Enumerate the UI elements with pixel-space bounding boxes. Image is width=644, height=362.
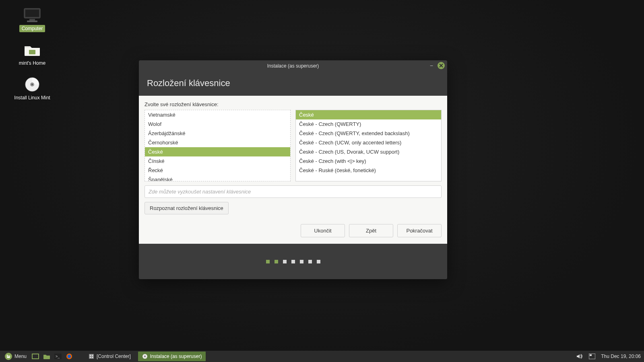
window-header: Rozložení klávesnice (139, 72, 447, 96)
taskbar-item-label: Instalace (as superuser) (150, 354, 202, 359)
svg-rect-20 (92, 357, 93, 358)
taskbar: Menu >_ [Control Center] Instalace (as s… (0, 351, 644, 362)
taskbar-item-control-center[interactable]: [Control Center] (85, 352, 135, 361)
keyboard-layout-list[interactable]: VietnamskéWolofÁzerbájdžánskéČernohorské… (144, 110, 291, 181)
detect-layout-button[interactable]: Rozpoznat rozložení klávesnice (144, 202, 229, 214)
svg-rect-2 (29, 19, 35, 21)
variant-option[interactable]: České - Czech (US, Dvorak, UCW support) (296, 147, 441, 156)
progress-dot (300, 260, 303, 263)
firefox-launcher[interactable] (65, 353, 73, 360)
files-launcher[interactable] (43, 353, 51, 360)
prompt-label: Zvolte své rozložení klávesnice: (144, 101, 442, 107)
keyboard-lists: VietnamskéWolofÁzerbájdžánskéČernohorské… (144, 110, 442, 181)
menu-button[interactable]: Menu (3, 352, 28, 361)
progress-dot (308, 260, 312, 263)
disc-icon (23, 76, 41, 93)
terminal-launcher[interactable]: >_ (54, 353, 62, 360)
disc-small-icon (142, 354, 148, 359)
taskbar-item-label: [Control Center] (97, 354, 131, 359)
window-content: Zvolte své rozložení klávesnice: Vietnam… (139, 96, 447, 244)
svg-rect-1 (25, 10, 39, 17)
progress-dot (291, 260, 295, 263)
variant-option[interactable]: České - Czech (UCW, only accented letter… (296, 138, 441, 147)
svg-rect-24 (590, 354, 592, 356)
layout-option[interactable]: Černohorské (145, 138, 290, 147)
folder-home-icon (23, 42, 41, 58)
svg-point-22 (144, 356, 146, 357)
progress-indicator (139, 244, 447, 279)
menu-label: Menu (14, 354, 27, 359)
system-tray: Thu Dec 19, 20:06 (575, 353, 641, 360)
variant-option[interactable]: České - Czech (with <|> key) (296, 156, 441, 166)
window-minimize-button[interactable]: – (428, 62, 435, 69)
variant-option[interactable]: České - Czech (QWERTY, extended backslas… (296, 129, 441, 138)
layout-option[interactable]: Wolof (145, 119, 290, 129)
layout-option[interactable]: Ázerbájdžánské (145, 129, 290, 138)
back-button[interactable]: Zpět (349, 224, 393, 237)
svg-rect-11 (33, 354, 38, 358)
layout-option[interactable]: České (145, 147, 290, 156)
layout-option[interactable]: Španělské (145, 175, 290, 181)
svg-text:>_: >_ (56, 354, 60, 358)
nav-buttons: Ukončit Zpět Pokračovat (144, 224, 442, 237)
svg-rect-3 (27, 21, 37, 22)
quit-button[interactable]: Ukončit (301, 224, 345, 237)
svg-rect-16 (89, 354, 94, 359)
svg-point-15 (68, 355, 71, 358)
desktop-icon-install[interactable]: Install Linux Mint (8, 76, 56, 101)
volume-icon[interactable] (575, 353, 583, 360)
workspace-icon[interactable] (588, 353, 596, 360)
variant-option[interactable]: České - Ruské (české, fonetické) (296, 166, 441, 175)
desktop-icons-area: Computer mint's Home Install Linux Mint (8, 7, 56, 101)
layout-option[interactable]: Řecké (145, 166, 290, 175)
progress-dot (266, 260, 270, 263)
layout-option[interactable]: Vietnamské (145, 110, 290, 119)
svg-rect-5 (29, 50, 35, 54)
layout-option[interactable]: Čínské (145, 156, 290, 166)
page-heading: Rozložení klávesnice (147, 78, 439, 88)
installer-window: Instalace (as superuser) – Rozložení klá… (139, 60, 447, 279)
window-controls: – (428, 62, 445, 69)
mint-logo-icon (5, 353, 12, 360)
svg-rect-18 (92, 355, 93, 356)
desktop-icon-computer[interactable]: Computer (8, 7, 56, 32)
progress-dot (283, 260, 287, 263)
keyboard-variant-list[interactable]: ČeskéČeské - Czech (QWERTY)České - Czech… (295, 110, 442, 181)
settings-icon (89, 354, 94, 359)
keyboard-test-input[interactable] (144, 185, 442, 198)
variant-option[interactable]: České (296, 110, 441, 119)
continue-button[interactable]: Pokračovat (397, 224, 442, 237)
progress-dot (275, 260, 278, 263)
show-desktop-button[interactable] (31, 353, 39, 360)
clock[interactable]: Thu Dec 19, 20:06 (601, 354, 641, 359)
desktop-icon-label: mint's Home (17, 60, 48, 67)
svg-rect-17 (90, 355, 91, 356)
progress-dot (317, 260, 320, 263)
variant-option[interactable]: České - Czech (QWERTY) (296, 119, 441, 129)
window-titlebar[interactable]: Instalace (as superuser) – (139, 60, 447, 72)
svg-rect-19 (90, 357, 91, 358)
desktop-icon-label: Install Linux Mint (12, 94, 52, 101)
svg-point-9 (31, 84, 33, 85)
monitor-icon (23, 7, 41, 23)
taskbar-item-installer[interactable]: Instalace (as superuser) (138, 352, 206, 361)
desktop-icon-label: Computer (19, 25, 45, 32)
desktop-icon-home[interactable]: mint's Home (8, 42, 56, 67)
window-close-button[interactable] (438, 62, 445, 69)
window-title: Instalace (as superuser) (267, 63, 319, 69)
